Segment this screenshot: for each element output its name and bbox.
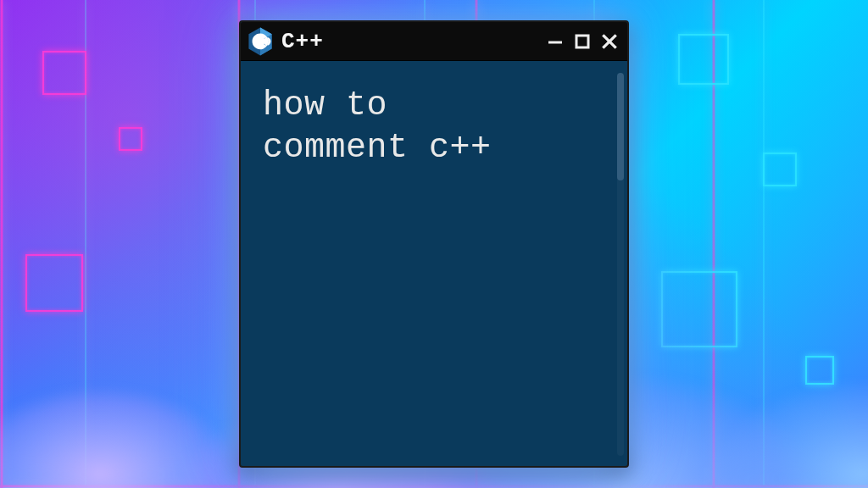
terminal-content[interactable]: how to comment c++ (241, 61, 627, 466)
titlebar[interactable]: C++ (241, 22, 627, 61)
svg-rect-4 (265, 38, 266, 41)
maximize-button[interactable] (573, 32, 592, 51)
close-button[interactable] (600, 32, 619, 51)
window-title: C++ (281, 29, 537, 54)
svg-rect-8 (576, 36, 588, 47)
svg-rect-6 (269, 38, 270, 41)
terminal-window: C++ how to comment c++ (239, 20, 629, 468)
window-controls (546, 32, 619, 51)
minimize-button[interactable] (546, 32, 565, 51)
scrollbar-thumb[interactable] (617, 73, 624, 180)
scrollbar[interactable] (617, 73, 624, 456)
cpp-logo-icon (248, 27, 273, 56)
